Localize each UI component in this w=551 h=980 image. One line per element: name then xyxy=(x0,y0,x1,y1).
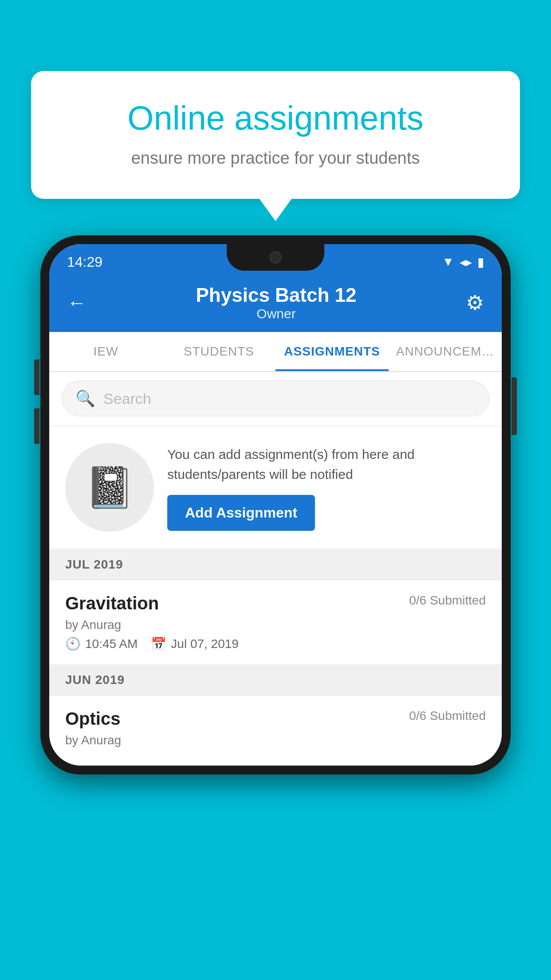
add-assignment-button[interactable]: Add Assignment xyxy=(167,495,315,531)
time-part: 🕙 10:45 AM xyxy=(65,636,138,651)
header-center: Physics Batch 12 Owner xyxy=(196,284,357,321)
assignment-time-row-gravitation: 🕙 10:45 AM 📅 Jul 07, 2019 xyxy=(65,636,486,651)
tab-overview[interactable]: IEW xyxy=(49,332,162,371)
front-camera xyxy=(269,251,282,264)
date-part: 📅 Jul 07, 2019 xyxy=(151,636,239,651)
speech-bubble-container: Online assignments ensure more practice … xyxy=(31,71,520,199)
assignment-by-gravitation: by Anurag xyxy=(65,618,486,632)
volume-up-button[interactable] xyxy=(34,360,39,395)
calendar-icon: 📅 xyxy=(151,636,166,651)
phone-mockup: 14:29 ▼ ◂▸ ▮ ← Physics Batch 12 Owner ⚙ … xyxy=(40,235,511,775)
tab-announcements[interactable]: ANNOUNCEM… xyxy=(389,332,502,371)
tab-assignments[interactable]: ASSIGNMENTS xyxy=(276,332,389,371)
notebook-icon: 📓 xyxy=(85,464,134,511)
promo-card: 📓 You can add assignment(s) from here an… xyxy=(49,427,502,548)
app-header: ← Physics Batch 12 Owner ⚙ xyxy=(49,275,502,332)
assignment-item-optics[interactable]: Optics 0/6 Submitted by Anurag xyxy=(49,695,502,766)
power-button[interactable] xyxy=(512,377,517,435)
assignment-name-optics: Optics xyxy=(65,709,120,729)
section-header-jun: JUN 2019 xyxy=(49,665,502,695)
status-time: 14:29 xyxy=(67,254,102,270)
submitted-badge-optics: 0/6 Submitted xyxy=(409,709,486,723)
promo-description: You can add assignment(s) from here and … xyxy=(167,444,486,484)
search-icon: 🔍 xyxy=(75,389,95,408)
search-bar[interactable]: 🔍 Search xyxy=(62,381,489,416)
assignment-item-gravitation[interactable]: Gravitation 0/6 Submitted by Anurag 🕙 10… xyxy=(49,580,502,665)
assignment-name-gravitation: Gravitation xyxy=(65,593,159,613)
search-placeholder: Search xyxy=(103,390,151,407)
signal-icon: ◂▸ xyxy=(460,255,472,269)
settings-icon[interactable]: ⚙ xyxy=(466,291,484,315)
bubble-title: Online assignments xyxy=(62,98,489,138)
promo-icon-circle: 📓 xyxy=(65,443,154,532)
bubble-subtitle: ensure more practice for your students xyxy=(62,149,489,168)
status-icons: ▼ ◂▸ ▮ xyxy=(442,255,484,269)
back-button[interactable]: ← xyxy=(67,292,87,314)
speech-bubble: Online assignments ensure more practice … xyxy=(31,71,520,199)
assignment-time-gravitation: 10:45 AM xyxy=(85,637,138,651)
header-subtitle: Owner xyxy=(196,306,357,321)
section-header-jul: JUL 2019 xyxy=(49,549,502,580)
assignment-by-optics: by Anurag xyxy=(65,733,486,747)
phone-notch xyxy=(227,244,324,271)
submitted-badge-gravitation: 0/6 Submitted xyxy=(409,593,486,608)
wifi-icon: ▼ xyxy=(442,255,454,269)
battery-icon: ▮ xyxy=(477,255,484,269)
search-container: 🔍 Search xyxy=(49,372,502,425)
assignment-date-gravitation: Jul 07, 2019 xyxy=(171,637,239,651)
promo-text-area: You can add assignment(s) from here and … xyxy=(167,444,486,531)
tab-students[interactable]: STUDENTS xyxy=(162,332,276,371)
clock-icon: 🕙 xyxy=(65,636,81,651)
phone-screen: 14:29 ▼ ◂▸ ▮ ← Physics Batch 12 Owner ⚙ … xyxy=(49,244,502,766)
volume-down-button[interactable] xyxy=(34,408,39,444)
tabs-bar: IEW STUDENTS ASSIGNMENTS ANNOUNCEM… xyxy=(49,332,502,372)
header-title: Physics Batch 12 xyxy=(196,284,357,306)
